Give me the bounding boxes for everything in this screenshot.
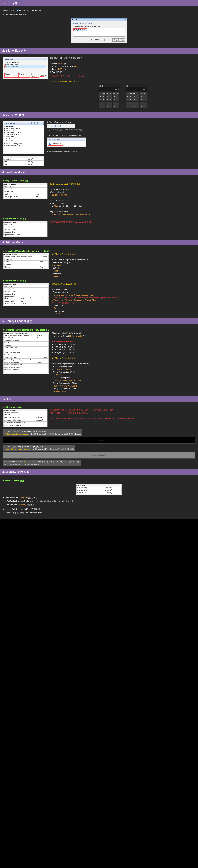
val[interactable]: CXP_In	[20, 302, 49, 305]
calc-key[interactable]: 1	[133, 102, 136, 105]
toolbar-icon[interactable]	[47, 125, 50, 127]
calc-key[interactable]: MR	[116, 92, 119, 95]
val[interactable]: TL Trigger	[39, 255, 49, 258]
calc-key[interactable]: 5	[136, 98, 139, 101]
tree-item-ysize[interactable]: YSIZE 1000 INFO	[4, 65, 46, 68]
name-input[interactable]	[5, 75, 13, 77]
tree-item[interactable]: ▸ Device Privilege Control	[4, 142, 43, 144]
calc-key[interactable]: Bin	[109, 92, 112, 95]
calc-key[interactable]: =	[113, 105, 116, 108]
row[interactable]: Rotary Encoder Divider	[4, 368, 36, 371]
toolbar-icon[interactable]	[55, 125, 58, 127]
toolbar-icon[interactable]	[34, 122, 37, 124]
row[interactable]: User Set Selector	[77, 486, 104, 489]
row[interactable]: Selector (for Specifying The Type And Nu…	[4, 255, 39, 258]
row[interactable]: Save Flat Field Corrections to ...	[4, 422, 36, 424]
calc-key[interactable]: Hex	[126, 92, 129, 95]
row[interactable]: Selector (for Specifying Which Timer To …	[4, 334, 36, 337]
calc-key[interactable]: D	[129, 98, 132, 101]
tree-item[interactable]: ▸ Acquisition Control	[4, 134, 43, 136]
type-select[interactable]: INFO	[31, 75, 38, 77]
calc-key[interactable]: F	[102, 102, 105, 105]
row[interactable]: PRNU calibration control	[4, 419, 36, 422]
calc-key[interactable]: 7	[133, 95, 136, 98]
row[interactable]: Rotary Encoder Direction	[4, 361, 36, 364]
calc-key[interactable]: 4	[106, 98, 109, 101]
row[interactable]: Acquisition Stop	[4, 228, 43, 231]
row[interactable]: Acquisition Start	[4, 225, 43, 228]
val[interactable]: External Line Trigger with Minimum Progr…	[20, 295, 49, 300]
row[interactable]: Timer Duration	[4, 342, 36, 344]
calc-key[interactable]: 8	[109, 95, 112, 98]
row[interactable]: Synchronisation Mode	[4, 295, 21, 300]
calc-key[interactable]: *	[116, 98, 119, 101]
row[interactable]: Sensor Mode	[4, 185, 35, 187]
calc-key[interactable]: .	[136, 105, 139, 108]
calc-key[interactable]: C	[98, 98, 102, 101]
calc-key[interactable]: 5	[109, 98, 112, 101]
calc-key[interactable]: E	[98, 102, 102, 105]
calc-key[interactable]: E	[126, 102, 129, 105]
calc-key[interactable]: 1	[106, 102, 109, 105]
value-input[interactable]	[19, 75, 25, 77]
calc-key[interactable]: Dec	[102, 92, 105, 95]
feature-browser-icon[interactable]	[37, 122, 40, 124]
row[interactable]: Timer Trigger Source	[4, 356, 36, 359]
calc-key[interactable]: A	[126, 95, 129, 98]
calc-key[interactable]: Dec	[129, 92, 132, 95]
row[interactable]: Timer State	[4, 344, 36, 346]
tree-item[interactable]: ▸ CoaXPress Interface	[4, 144, 43, 146]
row[interactable]: Exposure Time	[4, 231, 43, 233]
calc-key[interactable]: 9	[140, 95, 143, 98]
row[interactable]: Timer Trigger Missed	[4, 354, 36, 356]
calc-key[interactable]: +	[143, 105, 147, 108]
calc-key[interactable]: A	[98, 95, 102, 98]
val[interactable]: Execute()	[104, 492, 121, 494]
calc-key[interactable]: Oct	[133, 92, 136, 95]
row[interactable]: Trigger Source	[4, 302, 21, 305]
row[interactable]: Reverse X	[4, 187, 35, 190]
row[interactable]: User Set Save	[77, 492, 104, 494]
tree-item[interactable]: XSIZE 4000 INFO	[4, 63, 46, 65]
val[interactable]: Forward	[36, 361, 49, 364]
calc-key[interactable]: 0	[133, 105, 136, 108]
close-icon[interactable]: ✕	[45, 58, 46, 60]
cam-row[interactable]: FFC	[4, 160, 26, 163]
row[interactable]: Test Image Selector	[4, 195, 35, 198]
cam-row[interactable]: Test	[4, 163, 26, 166]
val[interactable]: On	[20, 300, 49, 302]
row[interactable]: Pixel Format	[4, 190, 35, 193]
val[interactable]: Clock	[36, 337, 49, 339]
row[interactable]: Exposure Time	[4, 293, 21, 295]
calc-key[interactable]: 6	[113, 98, 116, 101]
tree-item[interactable]: ▸ MIL Digitizer Control	[4, 127, 43, 129]
calc-key[interactable]: 8	[136, 95, 139, 98]
calc-key[interactable]: D	[102, 98, 105, 101]
calc-key[interactable]: 7	[106, 95, 109, 98]
calc-key[interactable]: 6	[140, 98, 143, 101]
row[interactable]: Acquisition Stop	[4, 290, 21, 293]
open-dcf-button[interactable]: Open DCF Files...	[89, 38, 105, 41]
calc-key[interactable]: )	[129, 105, 132, 108]
row[interactable]: Line Period	[4, 285, 21, 287]
cam-row[interactable]: DeviceReset	[4, 158, 26, 160]
row[interactable]: Rotary Encoder Multiplier	[4, 366, 36, 368]
row[interactable]: Trigger Mode	[4, 300, 21, 302]
calc-key[interactable]: /	[143, 95, 147, 98]
toolbar-icon[interactable]	[58, 125, 61, 127]
calc-key[interactable]: B	[129, 95, 132, 98]
add-button[interactable]: Add	[40, 74, 45, 76]
calc-key[interactable]: (	[98, 105, 102, 108]
calc-key[interactable]: (	[126, 105, 129, 108]
row[interactable]: Timer Trigger Divider	[4, 346, 36, 349]
calc-key[interactable]: F	[129, 102, 132, 105]
row[interactable]: Restore FFC from Bank	[4, 424, 36, 427]
cancel-button[interactable]: 취소	[119, 38, 125, 42]
tree-item[interactable]: ▸ Image Format Control	[4, 132, 43, 134]
row[interactable]: Timer Clock Frequency	[4, 339, 36, 342]
row[interactable]: Rotary Encoder Output Mode	[4, 364, 36, 366]
val[interactable]: Execute()	[36, 419, 47, 422]
row[interactable]: FFC Adjust	[4, 414, 36, 416]
toolbar-icon[interactable]	[40, 122, 43, 124]
calc-key[interactable]: 3	[140, 102, 143, 105]
